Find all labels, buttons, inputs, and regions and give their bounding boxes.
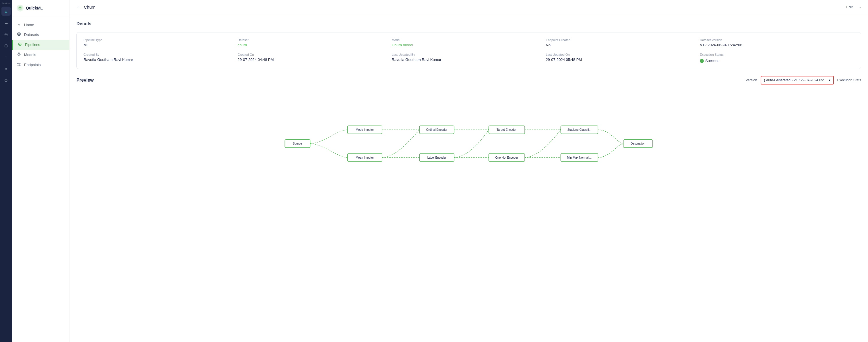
details-section-title: Details xyxy=(76,21,861,26)
svg-text:Mode Imputer: Mode Imputer xyxy=(355,128,374,131)
details-card: Pipeline Type ML Dataset churn Model Chu… xyxy=(76,32,861,69)
services-icon-up[interactable]: ↑ xyxy=(1,53,11,62)
more-options-button[interactable]: ··· xyxy=(857,5,861,10)
detail-label: Created On xyxy=(238,53,392,56)
preview-header: Preview Version ( Auto-Generated ) V1 / … xyxy=(76,76,861,85)
svg-text:One-Hot Encoder: One-Hot Encoder xyxy=(495,156,518,159)
detail-model: Model Churn model xyxy=(392,38,546,47)
svg-text:Mean Imputer: Mean Imputer xyxy=(355,156,374,159)
content-area: Details Pipeline Type ML Dataset churn M… xyxy=(69,15,868,342)
logo-text: QuickML xyxy=(26,6,43,10)
version-label: Version xyxy=(746,78,757,82)
svg-point-3 xyxy=(19,44,20,45)
svg-point-0 xyxy=(18,6,22,10)
detail-value: No xyxy=(546,43,700,47)
detail-label: Last Updated By xyxy=(392,53,546,56)
home-icon: ⌂ xyxy=(17,22,21,27)
svg-point-5 xyxy=(17,54,18,55)
detail-value-link[interactable]: churn xyxy=(238,43,392,47)
svg-point-4 xyxy=(18,53,20,55)
detail-created-by: Created By Ravutla Goutham Ravi Kumar xyxy=(84,53,238,63)
svg-text:Stacking Classifi...: Stacking Classifi... xyxy=(567,128,591,131)
services-icon-circle[interactable]: ◎ xyxy=(1,30,11,39)
pipeline-canvas: Source Mode Imputer Mean Imputer Ordinal… xyxy=(76,90,861,165)
status-dot-icon: ✓ xyxy=(700,59,704,63)
sidebar-item-pipelines[interactable]: Pipelines xyxy=(12,40,69,50)
detail-label: Execution Status xyxy=(700,53,854,56)
left-nav: QuickML ⌂ Home Datasets xyxy=(12,0,69,342)
details-row-2: Created By Ravutla Goutham Ravi Kumar Cr… xyxy=(84,53,854,63)
svg-point-1 xyxy=(18,33,20,34)
main-content: ← Churn Edit ··· Details Pipeline Type M… xyxy=(69,0,868,342)
sidebar-item-label: Home xyxy=(24,23,34,27)
detail-value: 29-07-2024 05:48 PM xyxy=(546,57,700,62)
detail-label: Dataset Version xyxy=(700,38,854,42)
detail-pipeline-type: Pipeline Type ML xyxy=(84,38,238,47)
detail-dataset: Dataset churn xyxy=(238,38,392,47)
pipeline-svg: Source Mode Imputer Mean Imputer Ordinal… xyxy=(76,90,861,165)
logo-icon xyxy=(17,5,24,11)
details-row-1: Pipeline Type ML Dataset churn Model Chu… xyxy=(84,38,854,47)
detail-last-updated-by: Last Updated By Ravutla Goutham Ravi Kum… xyxy=(392,53,546,63)
sidebar-item-label: Datasets xyxy=(24,32,39,37)
page-title: Churn xyxy=(84,5,96,9)
datasets-icon xyxy=(17,32,21,37)
execution-stats-button[interactable]: Execution Stats xyxy=(837,78,861,82)
sidebar-item-label: Pipelines xyxy=(25,42,40,47)
back-arrow-icon[interactable]: ← xyxy=(76,4,82,10)
detail-execution-status: Execution Status ✓ Success xyxy=(700,53,854,63)
status-badge: ✓ Success xyxy=(700,59,719,63)
detail-label: Endpoint Created xyxy=(546,38,700,42)
top-bar: ← Churn Edit ··· xyxy=(69,0,868,15)
detail-last-updated-on: Last Updated On 29-07-2024 05:48 PM xyxy=(546,53,700,63)
version-selector-wrapper: Version ( Auto-Generated ) V1 / 29-07-20… xyxy=(746,76,861,85)
services-label: Services xyxy=(2,0,10,5)
svg-text:Ordinal Encoder: Ordinal Encoder xyxy=(426,128,447,131)
models-icon xyxy=(17,52,21,57)
preview-section-title: Preview xyxy=(76,78,94,83)
services-icon-diamond[interactable]: ♦ xyxy=(1,64,11,73)
svg-text:Target Encoder: Target Encoder xyxy=(497,128,517,131)
version-value: ( Auto-Generated ) V1 / 29-07-2024 05:..… xyxy=(764,78,827,82)
services-sidebar: Services ⌂ ☁ ◎ ⬡ ↑ ♦ ⊙ xyxy=(0,0,12,342)
detail-label: Last Updated On xyxy=(546,53,700,56)
sidebar-item-label: Models xyxy=(24,53,36,57)
edit-button[interactable]: Edit xyxy=(846,5,852,9)
endpoints-icon xyxy=(17,62,21,67)
services-icon-target[interactable]: ⊙ xyxy=(1,76,11,85)
svg-text:Destination: Destination xyxy=(631,142,645,145)
svg-text:Min-Max Normali...: Min-Max Normali... xyxy=(567,156,592,159)
chevron-down-icon: ▾ xyxy=(829,78,830,82)
svg-text:Label Encoder: Label Encoder xyxy=(427,156,446,159)
services-icon-cloud[interactable]: ☁ xyxy=(1,18,11,27)
sidebar-item-label: Endpoints xyxy=(24,63,41,67)
detail-value: V1 / 2024-06-24 15:42:06 xyxy=(700,43,854,47)
logo-area: QuickML xyxy=(12,0,69,17)
status-value: Success xyxy=(705,59,719,63)
sidebar-item-datasets[interactable]: Datasets xyxy=(12,30,69,40)
detail-value: Ravutla Goutham Ravi Kumar xyxy=(392,57,546,62)
detail-value: 29-07-2024 04:48 PM xyxy=(238,57,392,62)
detail-label: Model xyxy=(392,38,546,42)
detail-endpoint-created: Endpoint Created No xyxy=(546,38,700,47)
detail-value: ML xyxy=(84,43,238,47)
detail-dataset-version: Dataset Version V1 / 2024-06-24 15:42:06 xyxy=(700,38,854,47)
svg-point-6 xyxy=(20,54,21,55)
detail-value: Ravutla Goutham Ravi Kumar xyxy=(84,57,238,62)
services-icon-hex[interactable]: ⬡ xyxy=(1,41,11,50)
svg-point-7 xyxy=(19,53,20,53)
svg-point-8 xyxy=(19,55,20,56)
sidebar-item-home[interactable]: ⌂ Home xyxy=(12,20,69,30)
detail-label: Pipeline Type xyxy=(84,38,238,42)
sidebar-item-models[interactable]: Models xyxy=(12,50,69,60)
detail-created-on: Created On 29-07-2024 04:48 PM xyxy=(238,53,392,63)
detail-label: Dataset xyxy=(238,38,392,42)
sidebar-item-endpoints[interactable]: Endpoints xyxy=(12,60,69,70)
nav-items: ⌂ Home Datasets Pipelines xyxy=(12,17,69,342)
services-icon-home[interactable]: ⌂ xyxy=(1,7,11,16)
pipelines-icon xyxy=(18,42,22,47)
top-bar-right: Edit ··· xyxy=(846,5,861,10)
detail-value-link[interactable]: Churn model xyxy=(392,43,546,47)
version-select-box[interactable]: ( Auto-Generated ) V1 / 29-07-2024 05:..… xyxy=(761,76,834,85)
back-nav: ← Churn xyxy=(76,4,96,10)
